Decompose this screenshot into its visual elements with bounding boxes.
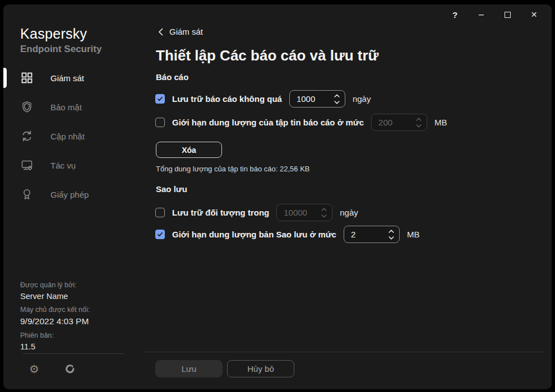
managed-by-value: Server Name — [20, 292, 90, 301]
maximize-button[interactable] — [494, 4, 521, 25]
help-button[interactable]: ? — [442, 4, 468, 25]
sidebar-item-license[interactable]: Giấy phép — [3, 180, 144, 209]
server-connected-value: 9/9/2022 4:03 PM — [20, 316, 90, 326]
backup-size-limit-input[interactable] — [351, 230, 382, 239]
close-button[interactable]: ✕ — [521, 4, 547, 25]
report-size-limit-unit: MB — [434, 118, 447, 127]
managed-by-label: Được quản lý bởi: — [20, 281, 90, 289]
backup-retention-unit: ngày — [340, 208, 358, 217]
clear-reports-button[interactable]: Xóa — [156, 142, 222, 158]
dashboard-icon — [20, 71, 34, 85]
checkmark-icon — [157, 231, 163, 237]
maximize-icon — [505, 12, 511, 18]
sidebar-item-label: Giám sát — [50, 73, 84, 83]
report-retention-row: Lưu trữ báo cáo không quá ngày — [155, 90, 371, 108]
sidebar-item-label: Giấy phép — [50, 190, 89, 199]
report-size-limit-row: Giới hạn dung lượng của tập tin báo cáo … — [155, 114, 447, 131]
license-icon — [20, 188, 34, 201]
spinner-arrows-icon[interactable] — [334, 93, 340, 105]
sidebar-item-label: Bảo mật — [50, 102, 82, 112]
sidebar-divider — [23, 353, 124, 354]
sidebar-item-label: Cập nhật — [50, 132, 85, 141]
footer-divider — [144, 352, 544, 352]
report-retention-label: Lưu trữ báo cáo không quá — [172, 94, 282, 104]
report-size-limit-label: Giới hạn dung lượng của tập tin báo cáo … — [172, 118, 364, 127]
backup-retention-row: Lưu trữ đối tượng trong ngày — [155, 204, 358, 221]
report-retention-checkbox[interactable] — [155, 94, 165, 104]
report-retention-spinner[interactable] — [289, 90, 345, 108]
app-window: ? – ✕ Kaspersky Endpoint Security Giám s… — [3, 4, 552, 389]
back-label: Giám sát — [169, 27, 203, 36]
spinner-arrows-icon[interactable] — [388, 228, 394, 241]
brand-logo: Kaspersky Endpoint Security — [20, 26, 101, 55]
report-size-limit-input — [378, 118, 410, 127]
server-connected-label: Máy chủ được kết nối: — [20, 306, 90, 314]
checkmark-icon — [157, 96, 163, 102]
minimize-button[interactable]: – — [468, 4, 494, 25]
brand-product: Endpoint Security — [20, 44, 101, 55]
report-retention-input[interactable] — [297, 94, 328, 104]
spinner-arrows-icon — [321, 207, 327, 219]
tasks-icon — [20, 158, 34, 172]
backup-size-limit-checkbox[interactable] — [155, 230, 165, 239]
backup-size-limit-unit: MB — [407, 230, 420, 239]
backup-retention-label: Lưu trữ đối tượng trong — [172, 208, 269, 217]
shield-icon — [20, 100, 34, 114]
sidebar-item-monitoring[interactable]: Giám sát — [3, 63, 144, 92]
backup-retention-spinner — [276, 204, 332, 221]
main-content: Giám sát Thiết lập Các báo cáo và lưu tr… — [144, 4, 552, 389]
connection-info: Được quản lý bởi: Server Name Máy chủ đư… — [20, 281, 90, 356]
settings-gear-icon[interactable]: ⚙ — [29, 363, 39, 375]
footer-actions: Lưu Hủy bỏ — [155, 360, 294, 377]
sidebar-item-update[interactable]: Cập nhật — [3, 122, 144, 151]
reports-total-size: Tổng dung lượng của tập tin báo cáo: 22,… — [156, 165, 310, 173]
backup-retention-checkbox[interactable] — [155, 208, 165, 217]
sidebar-item-label: Tác vụ — [50, 161, 76, 170]
back-chevron-icon — [158, 28, 163, 36]
version-label: Phiên bản: — [20, 332, 90, 339]
page-title: Thiết lập Các báo cáo và lưu trữ — [156, 47, 378, 64]
back-button[interactable]: Giám sát — [158, 27, 203, 36]
support-logo-icon[interactable] — [64, 363, 76, 375]
report-size-limit-spinner — [371, 114, 427, 131]
titlebar: ? – ✕ — [442, 4, 547, 25]
backup-section-heading: Sao lưu — [156, 184, 187, 194]
sidebar-item-tasks[interactable]: Tác vụ — [3, 151, 144, 180]
reports-section-heading: Báo cáo — [156, 72, 188, 82]
version-value: 11.5 — [20, 342, 90, 351]
cancel-button[interactable]: Hủy bỏ — [227, 360, 294, 377]
sidebar-nav: Giám sát Bảo mật Cập nhật — [3, 63, 144, 209]
save-button[interactable]: Lưu — [155, 360, 223, 377]
spinner-arrows-icon — [416, 116, 422, 129]
backup-size-limit-label: Giới hạn dung lượng bản Sao lưu ở mức — [172, 230, 336, 239]
report-retention-unit: ngày — [353, 94, 371, 104]
sidebar-item-security[interactable]: Bảo mật — [3, 92, 144, 122]
brand-name: Kaspersky — [20, 26, 101, 42]
backup-size-limit-spinner[interactable] — [344, 226, 400, 243]
report-size-limit-checkbox[interactable] — [155, 118, 165, 127]
selected-indicator — [3, 68, 7, 88]
backup-retention-input — [284, 208, 315, 217]
backup-size-limit-row: Giới hạn dung lượng bản Sao lưu ở mức MB — [155, 226, 419, 243]
refresh-icon — [20, 129, 34, 143]
sidebar: Kaspersky Endpoint Security Giám sát Bảo… — [3, 4, 144, 389]
